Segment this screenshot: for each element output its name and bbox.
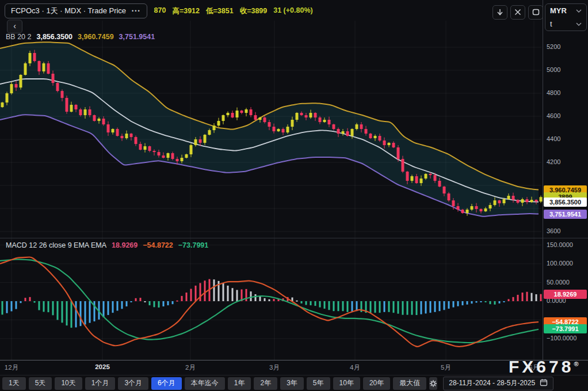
macd-bar (490, 301, 491, 304)
macd-bar (255, 294, 257, 301)
macd-bar (48, 301, 49, 312)
bb-lower-badge: 3,751.9541 (544, 210, 587, 219)
range-button-6[interactable]: 本年迄今 (185, 377, 225, 390)
candle (245, 108, 248, 116)
macd-bar (195, 286, 197, 301)
macd-bar (16, 301, 17, 309)
candle (24, 62, 27, 75)
macd-bar (434, 301, 436, 312)
time-axis-label: 2025 (95, 363, 110, 370)
macd-hist-value: 18.9269 (112, 241, 138, 249)
range-toolbar: 1天5天10天1个月3个月6个月本年迄今1年2年3年5年10年20年最大值28-… (0, 375, 588, 391)
macd-bar (200, 283, 201, 301)
arrow-down-button[interactable] (492, 5, 507, 20)
macd-bar (522, 293, 524, 301)
date-range-control[interactable]: 28-11月-2024 - 28-5月-2025 (443, 377, 553, 390)
range-settings-button[interactable] (429, 377, 437, 390)
ohlc-quote: 870高=3912低=3851收=389931 (+0.80%) (154, 6, 313, 16)
range-button-13[interactable]: 最大值 (393, 377, 426, 390)
candle (1, 102, 4, 108)
macd-bar (131, 301, 132, 302)
macd-bar (39, 301, 40, 310)
macd-bar (246, 289, 247, 301)
macd-bar (329, 301, 330, 310)
range-button-9[interactable]: 3年 (280, 377, 304, 390)
macd-bar (57, 301, 59, 320)
range-button-1[interactable]: 5天 (29, 377, 52, 390)
price-axis-divider[interactable] (543, 0, 543, 360)
back-button[interactable]: ‹ (7, 20, 22, 33)
maximize-pane-icon (532, 7, 540, 18)
macd-bar (513, 297, 514, 301)
macd-bar (347, 301, 349, 312)
candle (540, 196, 543, 203)
quote-field-1: 高=3912 (172, 6, 200, 16)
macd-bar (416, 301, 418, 315)
macd-bar (181, 296, 183, 301)
macd-bar (232, 288, 234, 301)
macd-bar (494, 301, 496, 305)
macd-bar (71, 301, 72, 328)
candle (236, 108, 239, 120)
bb-basis-badge: 3,856.3500 (544, 198, 587, 207)
macd-bar (75, 301, 77, 328)
range-button-4[interactable]: 3个月 (118, 377, 148, 390)
range-button-2[interactable]: 10天 (55, 377, 82, 390)
symbol-title-button[interactable]: FCPOc3 · 1天 · MDX · Trade Price ••• (5, 3, 147, 18)
macd-bar (393, 301, 395, 313)
range-button-0[interactable]: 1天 (2, 377, 26, 390)
macd-bar (2, 301, 3, 314)
price-axis-tick: 4600 (547, 112, 560, 119)
collapse-pane-button[interactable] (510, 5, 525, 20)
range-button-10[interactable]: 5年 (307, 377, 330, 390)
macd-bar (370, 301, 372, 313)
candle (250, 107, 253, 117)
macd-bar (306, 301, 307, 305)
time-axis[interactable]: 12月20252月3月4月5月6月 (0, 360, 588, 375)
range-button-7[interactable]: 1年 (228, 377, 251, 390)
macd-bar (499, 301, 501, 303)
bb-basis-value: 3,856.3500 (36, 33, 72, 41)
candle (66, 96, 68, 114)
macd-bar (236, 290, 238, 302)
macd-bar (476, 301, 478, 303)
price-chart-canvas[interactable] (0, 0, 588, 360)
time-axis-label: 12月 (5, 363, 18, 372)
bb-legend[interactable]: BB 20 2 3,856.3500 3,960.7459 3,751.9541 (6, 33, 155, 41)
symbol-header: FCPOc3 · 1天 · MDX · Trade Price ••• 870高… (5, 3, 313, 18)
currency-select[interactable]: MYR (545, 4, 586, 17)
macd-bar (319, 301, 321, 308)
macd-bar (352, 301, 353, 312)
more-options-icon[interactable]: ••• (132, 8, 140, 14)
macd-bar (227, 286, 229, 301)
macd-bar (269, 299, 270, 301)
maximize-pane-button[interactable] (528, 5, 543, 20)
macd-bar (259, 297, 261, 301)
macd-bar (398, 301, 399, 314)
macd-bar (480, 301, 482, 302)
bb-lower-value: 3,751.9541 (119, 33, 155, 41)
range-button-8[interactable]: 2年 (254, 377, 277, 390)
range-button-11[interactable]: 10年 (333, 377, 360, 390)
macd-bar (223, 283, 224, 301)
price-axis-tick: 5200 (547, 43, 560, 50)
macd-line-value: −54.8722 (143, 241, 173, 249)
macd-bar (66, 301, 68, 325)
candle (93, 115, 96, 122)
pane-separator[interactable] (0, 238, 588, 238)
currency-unit-panel: MYR t (545, 3, 587, 31)
macd-legend[interactable]: MACD 12 26 close 9 EMA EMA 18.9269 −54.8… (6, 241, 208, 249)
macd-bar (439, 301, 441, 311)
currency-value: MYR (550, 6, 567, 15)
gear-icon (429, 379, 437, 388)
unit-select[interactable]: t (545, 17, 586, 31)
macd-bar (163, 301, 165, 306)
macd-bar (144, 301, 146, 302)
range-button-5[interactable]: 6个月 (151, 377, 182, 390)
macd-bar (177, 301, 178, 302)
range-button-12[interactable]: 20年 (363, 377, 390, 390)
macd-bar (126, 301, 128, 306)
range-button-3[interactable]: 1个月 (85, 377, 116, 390)
macd-bar (11, 301, 13, 312)
macd-bar (457, 301, 459, 306)
